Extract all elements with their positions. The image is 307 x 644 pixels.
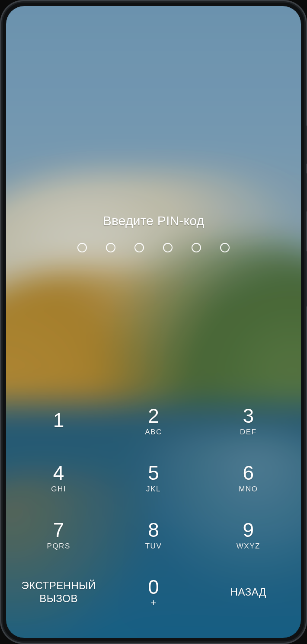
back-button[interactable]: НАЗАД: [201, 564, 296, 621]
keypad-key-8[interactable]: 8 TUV: [106, 507, 201, 564]
keypad-digit: 0: [148, 577, 159, 597]
pin-entry-area: Введите PIN-код: [6, 22, 301, 392]
keypad-plus: +: [151, 598, 157, 608]
keypad-key-1[interactable]: 1: [11, 392, 106, 450]
emergency-call-label: ЭКСТРЕННЫЙ ВЫЗОВ: [18, 579, 99, 605]
keypad-letters: WXYZ: [237, 542, 260, 551]
back-label: НАЗАД: [227, 586, 270, 599]
keypad-key-0[interactable]: 0 +: [106, 564, 201, 621]
phone-frame: Введите PIN-код 1 2 ABC: [0, 0, 307, 644]
keypad-letters: DEF: [240, 428, 257, 437]
keypad-letters: ABC: [145, 428, 162, 437]
pin-dot: [77, 243, 87, 252]
pin-prompt-title: Введите PIN-код: [103, 214, 204, 228]
keypad-letters: GHI: [51, 485, 66, 494]
pin-dot: [106, 243, 115, 252]
keypad-key-7[interactable]: 7 PQRS: [11, 507, 106, 564]
keypad-key-2[interactable]: 2 ABC: [106, 392, 201, 450]
keypad-letters: JKL: [146, 485, 161, 494]
keypad-digit: 7: [53, 520, 64, 540]
numeric-keypad: 1 2 ABC 3 DEF 4 GHI 5 JKL: [6, 392, 301, 638]
keypad-key-6[interactable]: 6 MNO: [201, 450, 296, 507]
pin-dot: [134, 243, 144, 252]
keypad-letters: TUV: [145, 542, 162, 551]
keypad-digit: 5: [148, 462, 159, 483]
pin-dots: [77, 243, 230, 252]
pin-dot: [163, 243, 173, 252]
keypad-digit: 6: [243, 462, 254, 483]
pin-dot: [220, 243, 230, 252]
keypad-key-3[interactable]: 3 DEF: [201, 392, 296, 450]
keypad-key-9[interactable]: 9 WXYZ: [201, 507, 296, 564]
pin-dot: [192, 243, 201, 252]
screen: Введите PIN-код 1 2 ABC: [6, 6, 301, 638]
keypad-digit: 4: [53, 462, 64, 483]
status-bar: [6, 6, 301, 22]
keypad-key-5[interactable]: 5 JKL: [106, 450, 201, 507]
keypad-digit: 1: [53, 410, 64, 430]
keypad-digit: 9: [243, 520, 254, 540]
keypad-key-4[interactable]: 4 GHI: [11, 450, 106, 507]
emergency-call-button[interactable]: ЭКСТРЕННЫЙ ВЫЗОВ: [11, 564, 106, 621]
keypad-letters: MNO: [239, 485, 258, 494]
keypad-digit: 8: [148, 520, 159, 540]
keypad-digit: 2: [148, 405, 159, 426]
keypad-letters: PQRS: [47, 542, 70, 551]
keypad-digit: 3: [243, 405, 254, 426]
